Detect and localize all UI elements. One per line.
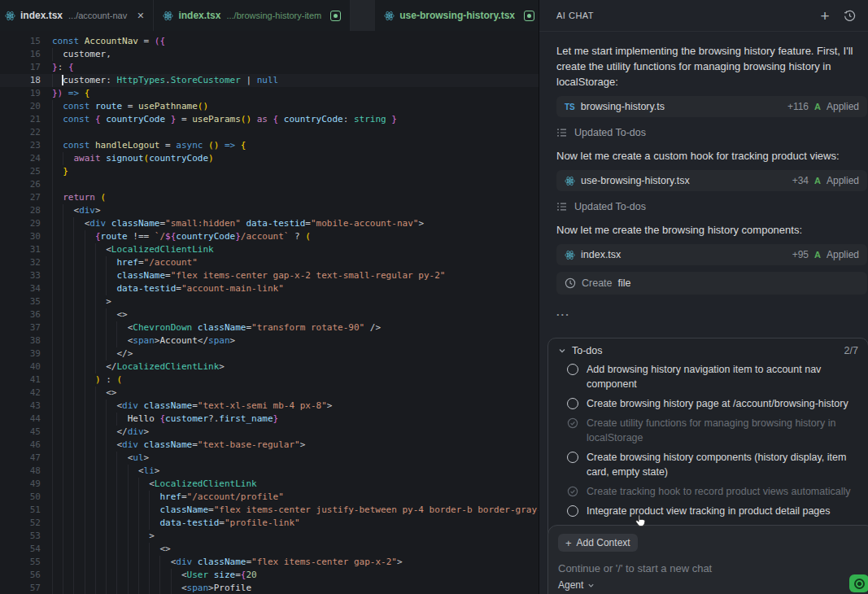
code-line[interactable]: 42 <> <box>0 387 539 400</box>
tab-path: .../browsing-history-item <box>226 11 321 20</box>
history-icon[interactable] <box>844 10 856 22</box>
code-line[interactable]: 18 customer: HttpTypes.StoreCustomer | n… <box>0 74 539 87</box>
code-line[interactable]: 33 className="flex items-center gap-x-2 … <box>0 269 539 282</box>
code-line[interactable]: 36 <> <box>0 308 539 321</box>
line-number: 57 <box>0 582 41 594</box>
line-number: 37 <box>0 321 41 334</box>
todo-item[interactable]: Create tracking hook to record product v… <box>548 482 868 501</box>
code-line[interactable]: 17}: { <box>0 61 539 74</box>
line-number: 54 <box>0 543 41 556</box>
code-line[interactable]: 35 > <box>0 295 539 308</box>
code-line[interactable]: 20 const route = usePathname() <box>0 100 539 113</box>
line-number: 28 <box>0 204 41 217</box>
code-line[interactable]: 21 const { countryCode } = useParams() a… <box>0 113 539 126</box>
code-line[interactable]: 50 href="/account/profile" <box>0 491 539 504</box>
code-line[interactable]: 40 </LocalizedClientLink> <box>0 360 539 373</box>
line-number: 43 <box>0 400 41 413</box>
code-line[interactable]: 23 const handleLogout = async () => { <box>0 139 539 152</box>
line-number: 20 <box>0 100 41 113</box>
code-line[interactable]: 31 <LocalizedClientLink <box>0 243 539 256</box>
voice-record-button[interactable] <box>849 574 868 592</box>
line-number: 23 <box>0 139 41 152</box>
code-line[interactable]: 55 <div className="flex items-center gap… <box>0 556 539 569</box>
applied-badge: A <box>814 176 821 186</box>
code-line[interactable]: 52 data-testid="profile-link" <box>0 517 539 530</box>
code-line[interactable]: 47 <ul> <box>0 452 539 465</box>
todo-checkbox[interactable] <box>567 364 578 375</box>
editor-tab[interactable]: index.tsx.../account-nav✕ <box>0 0 154 31</box>
todo-item[interactable]: Integrate product view tracking in produ… <box>548 501 868 521</box>
code-line[interactable]: 41 ) : ( <box>0 373 539 387</box>
code-line[interactable]: 19}) => { <box>0 87 539 100</box>
todo-checkbox[interactable] <box>567 452 578 463</box>
code-line[interactable]: 49 <LocalizedClientLink <box>0 478 539 491</box>
line-number: 51 <box>0 504 41 517</box>
todo-checkbox[interactable] <box>567 486 578 497</box>
todos-header[interactable]: To-dos 2/7 <box>548 338 868 360</box>
editor-tab[interactable]: index.tsx.../browsing-history-item <box>154 0 351 31</box>
todo-item[interactable]: Create browsing history components (hist… <box>548 448 868 482</box>
line-number: 35 <box>0 295 41 308</box>
todo-checkbox[interactable] <box>567 417 578 429</box>
streaming-ellipsis: ... <box>556 306 864 318</box>
code-line[interactable]: 25 } <box>0 165 539 178</box>
code-line[interactable]: 56 <User size={20 <box>0 569 539 582</box>
file-chip[interactable]: index.tsx+95AApplied <box>556 244 867 265</box>
code-line[interactable]: 37 <ChevronDown className="transform rot… <box>0 321 539 334</box>
close-icon[interactable]: ✕ <box>137 11 144 21</box>
code-line[interactable]: 16 customer, <box>0 48 539 61</box>
updated-todos-row[interactable]: Updated To-dos <box>556 127 864 138</box>
todo-label: Add browsing history navigation item to … <box>587 362 858 391</box>
updated-todos-row[interactable]: Updated To-dos <box>556 201 864 212</box>
code-line[interactable]: 29 <div className="small:hidden" data-te… <box>0 217 539 230</box>
chat-input-placeholder[interactable]: Continue or '/' to start a new chat <box>558 562 865 574</box>
create-file-row[interactable]: Createfile <box>556 272 867 295</box>
record-icon <box>854 579 865 589</box>
code-line[interactable]: 43 <div className="text-xl-semi mb-4 px-… <box>0 400 539 413</box>
code-line[interactable]: 24 await signout(countryCode) <box>0 152 539 165</box>
code-line[interactable]: 30 {route !== `/${countryCode}/account` … <box>0 230 539 243</box>
code-line[interactable]: 54 <> <box>0 543 539 556</box>
modified-badge <box>524 11 534 21</box>
line-number: 29 <box>0 217 41 230</box>
code-line[interactable]: 39 </> <box>0 347 539 360</box>
todo-checkbox[interactable] <box>567 398 578 409</box>
code-line[interactable]: 38 <span>Account</span> <box>0 334 539 347</box>
new-chat-icon[interactable]: + <box>820 8 830 24</box>
code-line[interactable]: 45 </div> <box>0 426 539 439</box>
react-icon <box>565 176 575 186</box>
code-line[interactable]: 57 <span>Profile <box>0 582 539 594</box>
todo-checkbox[interactable] <box>567 505 578 517</box>
code-line[interactable]: 32 href="/account" <box>0 256 539 269</box>
code-line[interactable]: 15const AccountNav = ({ <box>0 35 539 48</box>
editor-tab[interactable]: use-browsing-history.tsx <box>375 0 539 31</box>
code-line[interactable]: 34 data-testid="account-main-link" <box>0 282 539 295</box>
code-line[interactable]: 53 > <box>0 530 539 543</box>
chat-input-box[interactable]: + Add Context Continue or '/' to start a… <box>547 525 868 594</box>
code-line[interactable]: 46 <div className="text-base-regular"> <box>0 439 539 452</box>
create-action: Create <box>582 277 613 289</box>
add-context-label: Add Context <box>577 537 630 548</box>
line-number: 32 <box>0 256 41 269</box>
code-line[interactable]: 26 <box>0 178 539 191</box>
agent-mode-selector[interactable]: Agent <box>558 579 595 591</box>
code-line[interactable]: 51 className="flex items-center justify-… <box>0 504 539 517</box>
line-number: 38 <box>0 334 41 347</box>
file-chip[interactable]: TSbrowsing-history.ts+116AApplied <box>556 96 867 117</box>
tab-path: .../account-nav <box>68 11 127 20</box>
todo-item[interactable]: Create browsing history page at /account… <box>548 394 868 413</box>
applied-status: Applied <box>827 101 859 112</box>
code-line[interactable]: 48 <li> <box>0 465 539 478</box>
code-line[interactable]: 27 return ( <box>0 191 539 204</box>
code-line[interactable]: 22 <box>0 126 539 139</box>
todo-item[interactable]: Create utility functions for managing br… <box>548 413 868 448</box>
todo-item[interactable]: Add browsing history navigation item to … <box>548 360 868 394</box>
code-line[interactable]: 44 Hello {customer?.first_name} <box>0 413 539 426</box>
code-editor[interactable]: 15const AccountNav = ({16 customer,17}: … <box>0 31 539 594</box>
line-number: 41 <box>0 373 41 387</box>
line-number: 33 <box>0 269 41 282</box>
add-context-button[interactable]: + Add Context <box>558 534 638 552</box>
file-chip[interactable]: use-browsing-history.tsx+34AApplied <box>556 170 867 191</box>
code-line[interactable]: 28 <div> <box>0 204 539 217</box>
tab-filename: index.tsx <box>20 10 63 21</box>
